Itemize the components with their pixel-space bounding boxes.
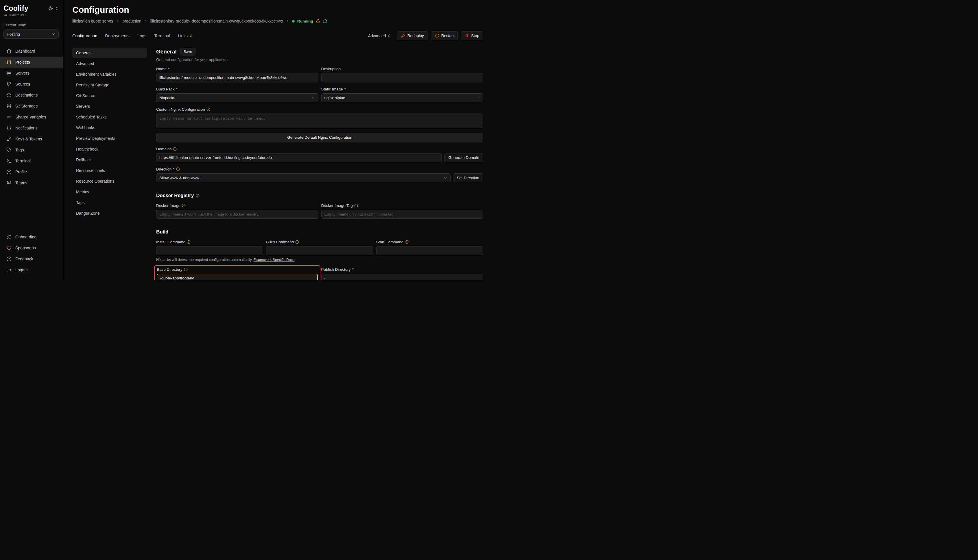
sidebar-item-notifications[interactable]: Notifications [0, 123, 63, 133]
framework-docs-link[interactable]: Framework Specific Docs [254, 258, 295, 262]
subnav-item-healthcheck[interactable]: Healthcheck [72, 144, 147, 154]
tab-configuration[interactable]: Configuration [72, 33, 97, 38]
docker-image-input[interactable] [156, 210, 318, 219]
warning-triangle-icon[interactable] [316, 19, 320, 23]
advanced-selector[interactable]: Advanced [368, 33, 391, 38]
sidebar-item-teams[interactable]: Teams [0, 177, 63, 188]
build-pack-select[interactable]: Nixpacks [156, 93, 318, 102]
direction-select[interactable]: Allow www & non-www. [156, 173, 451, 182]
chevron-right-icon [116, 19, 120, 23]
subnav-item-servers[interactable]: Servers [72, 101, 147, 112]
subnav-item-general[interactable]: General [72, 48, 147, 58]
generate-domain-button[interactable]: Generate Domain [444, 153, 483, 162]
start-command-input[interactable] [376, 246, 483, 255]
sidebar-item-keys-tokens[interactable]: Keys & Tokens [0, 133, 63, 145]
subnav-item-persistent-storage[interactable]: Persistent Storage [72, 80, 147, 90]
tab-terminal[interactable]: Terminal [154, 33, 170, 38]
required-marker: * [173, 167, 174, 172]
sidebar-item-onboarding[interactable]: Onboarding [0, 232, 63, 242]
sidebar-item-label: Keys & Tokens [15, 137, 42, 141]
tab-links[interactable]: Links [178, 33, 193, 38]
sidebar-item-projects[interactable]: Projects [0, 57, 63, 68]
set-direction-button[interactable]: Set Direction [453, 173, 483, 182]
subnav-item-danger-zone[interactable]: Danger Zone [72, 208, 147, 218]
sidebar-item-sponsor-us[interactable]: Sponsor us [0, 242, 63, 253]
theme-toggle-sun-icon[interactable] [48, 6, 53, 11]
subnav-item-webhooks[interactable]: Webhooks [72, 123, 147, 133]
sidebar-item-profile[interactable]: Profile [0, 167, 63, 177]
info-icon[interactable] [206, 107, 210, 111]
save-button[interactable]: Save [180, 48, 196, 55]
subnav-item-preview-deployments[interactable]: Preview Deployments [72, 133, 147, 143]
running-status-link[interactable]: Running [297, 19, 313, 23]
breadcrumb-item[interactable]: production [122, 19, 141, 23]
subnav-item-scheduled-tasks[interactable]: Scheduled Tasks [72, 112, 147, 122]
publish-directory-input[interactable] [321, 273, 483, 280]
base-directory-input[interactable] [157, 273, 318, 280]
breadcrumb-item[interactable]: illicitestonion/-module--decomposition:m… [150, 19, 283, 23]
sidebar-item-terminal[interactable]: Terminal [0, 155, 63, 167]
required-marker: * [344, 87, 346, 92]
restart-button[interactable]: Restart [431, 31, 458, 40]
install-command-input[interactable] [156, 246, 263, 255]
list-checks-icon [7, 234, 12, 240]
info-icon[interactable] [405, 240, 409, 244]
sidebar-item-destinations[interactable]: Destinations [0, 90, 63, 100]
tab-logs[interactable]: Logs [137, 33, 146, 38]
subnav-item-tags[interactable]: Tags [72, 197, 147, 208]
info-icon[interactable] [295, 240, 299, 244]
static-image-select[interactable]: nginx:alpine [321, 93, 483, 102]
info-icon[interactable] [182, 204, 186, 207]
sidebar-item-shared-variables[interactable]: (x)Shared Variables [0, 112, 63, 123]
tab-deployments[interactable]: Deployments [105, 33, 130, 38]
subnav-item-resource-operations[interactable]: Resource Operations [72, 176, 147, 187]
info-icon[interactable] [354, 204, 358, 207]
sidebar-item-servers[interactable]: Servers [0, 68, 63, 78]
sidebar-item-s3-storages[interactable]: S3 Storages [0, 100, 63, 112]
domains-input[interactable] [156, 153, 442, 162]
info-icon[interactable] [184, 268, 188, 271]
chevrons-up-down-icon[interactable] [55, 7, 59, 10]
subnav-item-environment-variables[interactable]: Environment Variables [72, 69, 147, 80]
build-command-input[interactable] [266, 246, 373, 255]
generate-nginx-button[interactable]: Generate Default Nginx Configuration [156, 133, 483, 142]
info-icon[interactable] [196, 194, 199, 198]
current-team-label: Current Team [3, 23, 59, 27]
help-circle-icon [7, 256, 12, 262]
heart-icon [7, 245, 12, 250]
sidebar-item-feedback[interactable]: Feedback [0, 253, 63, 264]
name-input[interactable] [156, 73, 318, 82]
bell-icon [7, 125, 12, 131]
static-image-value: nginx:alpine [324, 96, 345, 100]
redeploy-button[interactable]: Redeploy [397, 31, 428, 40]
sidebar-item-tags[interactable]: Tags [0, 145, 63, 155]
required-marker: * [176, 87, 177, 92]
description-input[interactable] [321, 73, 483, 82]
sidebar-item-logout[interactable]: Logout [0, 264, 63, 275]
info-icon[interactable] [176, 167, 180, 171]
team-select[interactable]: Hosting [3, 30, 59, 39]
subnav-item-advanced[interactable]: Advanced [72, 58, 147, 69]
start-command-field: Start Command [376, 240, 483, 255]
sidebar-item-label: Logout [15, 268, 28, 272]
sidebar-item-dashboard[interactable]: Dashboard [0, 46, 63, 57]
stop-button[interactable]: Stop [461, 31, 483, 40]
sidebar-footer-nav: OnboardingSponsor usFeedbackLogout [0, 232, 63, 275]
subnav-item-resource-limits[interactable]: Resource Limits [72, 165, 147, 176]
refresh-icon[interactable] [323, 19, 328, 23]
restart-icon [435, 33, 439, 38]
nginx-config-textarea[interactable] [156, 113, 483, 128]
subnav-item-git-source[interactable]: Git Source [72, 90, 147, 101]
docker-image-tag-input[interactable] [321, 210, 483, 219]
sidebar-item-sources[interactable]: Sources [0, 78, 63, 90]
info-icon[interactable] [173, 147, 177, 151]
description-field: Description [321, 67, 483, 82]
sidebar-nav: DashboardProjectsServersSourcesDestinati… [0, 46, 63, 188]
general-settings-form: General Save General configuration for y… [156, 48, 483, 280]
subnav-item-rollback[interactable]: Rollback [72, 155, 147, 165]
info-icon[interactable] [187, 240, 191, 244]
docker-registry-heading: Docker Registry [156, 193, 483, 198]
required-marker: * [168, 67, 169, 72]
breadcrumb-item[interactable]: illicitonion quote server [72, 19, 114, 23]
subnav-item-metrics[interactable]: Metrics [72, 187, 147, 197]
